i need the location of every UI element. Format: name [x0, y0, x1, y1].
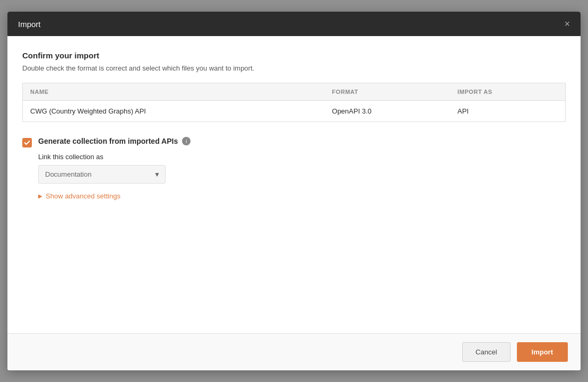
link-collection-label: Link this collection as	[38, 153, 566, 161]
modal-header: Import ×	[7, 12, 581, 36]
close-button[interactable]: ×	[564, 19, 570, 29]
table-row: CWG (Country Weighted Graphs) API OpenAP…	[23, 101, 566, 122]
col-name: NAME	[23, 83, 325, 101]
cancel-button[interactable]: Cancel	[462, 342, 510, 362]
checkmark-icon	[24, 140, 30, 146]
generate-label-text: Generate collection from imported APIs	[38, 137, 178, 145]
table-header-row: NAME FORMAT IMPORT AS	[23, 83, 566, 101]
advanced-settings-link[interactable]: ▶ Show advanced settings	[38, 192, 566, 200]
generate-section: Generate collection from imported APIs i…	[22, 137, 566, 200]
col-format: FORMAT	[325, 83, 451, 101]
col-import-as: IMPORT AS	[450, 83, 565, 101]
collection-link-dropdown[interactable]: Documentation Testing Mock Server	[38, 165, 166, 184]
generate-label-row: Generate collection from imported APIs i	[38, 137, 566, 145]
info-icon[interactable]: i	[182, 137, 191, 145]
generate-checkbox[interactable]	[22, 138, 32, 147]
import-table: NAME FORMAT IMPORT AS CWG (Country Weigh…	[22, 83, 566, 122]
generate-content: Generate collection from imported APIs i…	[38, 137, 566, 200]
modal-footer: Cancel Import	[7, 333, 581, 370]
checkbox-wrapper	[22, 138, 32, 147]
modal-dialog: Import × Confirm your import Double chec…	[7, 12, 581, 370]
dropdown-wrapper: Documentation Testing Mock Server ▼	[38, 165, 166, 184]
confirm-title: Confirm your import	[22, 51, 566, 60]
advanced-settings-text: Show advanced settings	[46, 192, 120, 200]
modal-overlay: Import × Confirm your import Double chec…	[0, 0, 588, 382]
cell-import-as: API	[450, 101, 565, 122]
cell-name: CWG (Country Weighted Graphs) API	[23, 101, 325, 122]
modal-title: Import	[18, 20, 41, 29]
confirm-description: Double check the format is correct and s…	[22, 64, 566, 72]
import-button[interactable]: Import	[517, 342, 568, 362]
advanced-settings-arrow-icon: ▶	[38, 193, 42, 199]
cell-format: OpenAPI 3.0	[325, 101, 451, 122]
modal-body: Confirm your import Double check the for…	[7, 36, 581, 333]
